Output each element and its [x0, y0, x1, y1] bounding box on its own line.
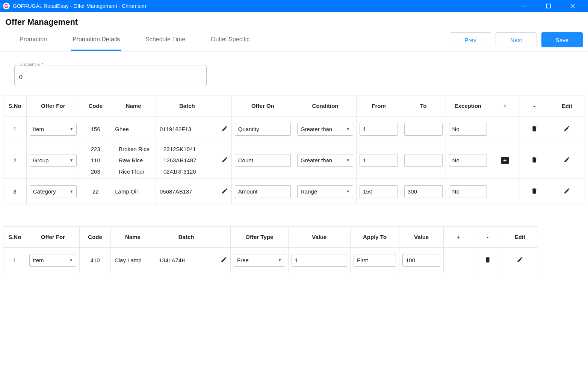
exception-input[interactable]: No: [449, 185, 487, 198]
chevron-down-icon: ▼: [70, 127, 73, 131]
tab-outlet-specific[interactable]: Outlet Specific: [209, 29, 251, 51]
plus-icon[interactable]: +: [501, 157, 509, 164]
th-from: From: [357, 95, 401, 116]
th-plus: +: [490, 95, 520, 116]
value-input[interactable]: 1: [292, 254, 347, 267]
window-title: GOFRUGAL RetailEasy - Offer Management -…: [13, 3, 522, 9]
pencil-icon[interactable]: [221, 187, 228, 194]
cell-sno: 3: [3, 179, 27, 204]
offer-for-select[interactable]: Group▼: [30, 154, 77, 167]
cell-batch: 05687AB137: [156, 179, 218, 204]
prev-button[interactable]: Prev: [450, 32, 491, 47]
offer-on-input[interactable]: Quantity: [235, 123, 291, 136]
cell-code: 410: [80, 248, 111, 273]
trash-icon[interactable]: [484, 256, 491, 263]
cell-code: 156: [80, 116, 111, 142]
condition-select[interactable]: Greater than▼: [297, 154, 353, 167]
cell-batch: 0241RF3120: [163, 168, 196, 175]
chevron-down-icon: ▼: [278, 258, 282, 262]
from-input[interactable]: 1: [360, 123, 398, 136]
th-exception: Exception: [446, 95, 490, 116]
chevron-down-icon: ▼: [70, 189, 73, 194]
table-row: 2 Group▼ 223 110 263 Broken Rice Raw Ric…: [3, 142, 585, 179]
minimize-icon[interactable]: [522, 3, 537, 9]
chevron-down-icon: ▼: [346, 127, 350, 131]
discount-label: Discount % *: [18, 62, 45, 67]
cell-batch: 134LA74H: [155, 248, 217, 273]
th-code: Code: [80, 95, 111, 116]
save-button[interactable]: Save: [541, 32, 583, 47]
exception-input[interactable]: No: [449, 154, 487, 167]
cell-code: 263: [91, 168, 100, 175]
pencil-icon[interactable]: [564, 125, 570, 132]
pencil-icon[interactable]: [564, 187, 570, 194]
chevron-down-icon: ▼: [346, 189, 350, 194]
offer-on-input[interactable]: Count: [235, 154, 291, 167]
trash-icon[interactable]: [531, 125, 538, 132]
pencil-icon[interactable]: [221, 125, 228, 132]
chevron-down-icon: ▼: [346, 158, 350, 162]
th-offer-on: Offer On: [231, 95, 294, 116]
trash-icon[interactable]: [531, 187, 538, 195]
value2-input[interactable]: 100: [402, 254, 440, 267]
close-icon[interactable]: [570, 3, 585, 9]
window-titlebar: G GOFRUGAL RetailEasy - Offer Management…: [0, 0, 588, 12]
discount-field: Discount % *: [14, 65, 207, 86]
cell-plus: [490, 179, 520, 204]
cell-name: Raw Rice: [119, 157, 143, 163]
th-batch-edit: [218, 95, 232, 116]
cell-plus: [444, 248, 473, 273]
table-row: 3 Category▼ 22 Lamp Oil 05687AB137 Amoun…: [3, 179, 585, 204]
cell-batch: 0119182F13: [156, 116, 218, 142]
pencil-icon[interactable]: [221, 156, 228, 163]
cell-name: Rice Flour: [119, 168, 144, 175]
cell-code: 22: [80, 179, 111, 204]
offer-type-select[interactable]: Free▼: [234, 254, 285, 267]
chevron-down-icon: ▼: [69, 258, 73, 262]
discount-input[interactable]: [14, 65, 207, 86]
from-input[interactable]: 150: [360, 185, 398, 198]
th-condition: Condition: [294, 95, 356, 116]
th-offer-for: Offer For: [26, 95, 80, 116]
cell-sno: 2: [3, 142, 27, 179]
offer-for-select[interactable]: Item▼: [30, 123, 77, 136]
condition-select[interactable]: Range▼: [297, 185, 353, 198]
pencil-icon[interactable]: [221, 256, 227, 263]
cell-code: 110: [91, 157, 100, 163]
exception-input[interactable]: No: [449, 123, 487, 136]
offer-for-select[interactable]: Item▼: [29, 254, 76, 267]
svg-rect-1: [547, 4, 551, 8]
cell-batch: 2312SK1041: [163, 146, 196, 152]
trash-icon[interactable]: [531, 156, 538, 163]
to-input[interactable]: 300: [404, 185, 443, 198]
next-button[interactable]: Next: [496, 32, 537, 47]
pencil-icon[interactable]: [517, 256, 523, 263]
tab-promotion[interactable]: Promotion: [18, 29, 48, 51]
cell-name: Ghee: [111, 116, 156, 142]
table-row: 1 Item▼ 156 Ghee 0119182F13 Quantity Gre…: [3, 116, 585, 142]
condition-select[interactable]: Greater than▼: [297, 123, 353, 136]
th-value: Value: [288, 227, 350, 248]
tab-schedule-time[interactable]: Schedule Time: [144, 29, 187, 51]
th-name: Name: [111, 95, 156, 116]
th-code: Code: [80, 227, 111, 248]
th-minus: -: [473, 227, 502, 248]
th-apply-to: Apply To: [351, 227, 399, 248]
th-batch: Batch: [156, 95, 218, 116]
th-edit: Edit: [502, 227, 538, 248]
from-input[interactable]: 1: [360, 154, 398, 167]
to-input[interactable]: [404, 123, 443, 136]
page-title: Offer Management: [5, 17, 583, 27]
to-input[interactable]: [404, 154, 443, 167]
maximize-icon[interactable]: [546, 3, 561, 9]
offer-for-select[interactable]: Category▼: [30, 185, 77, 198]
offer-on-input[interactable]: Amount: [235, 185, 291, 198]
apply-to-input[interactable]: First: [354, 254, 396, 267]
tab-promotion-details[interactable]: Promotion Details: [71, 29, 121, 51]
table-row: 1 Item▼ 410 Clay Lamp 134LA74H Free▼ 1 F…: [3, 248, 538, 273]
th-name: Name: [110, 227, 155, 248]
pencil-icon[interactable]: [564, 156, 570, 163]
cell-sno: 1: [3, 248, 26, 273]
cell-name: Broken Rice: [119, 146, 150, 152]
th-batch: Batch: [155, 227, 217, 248]
